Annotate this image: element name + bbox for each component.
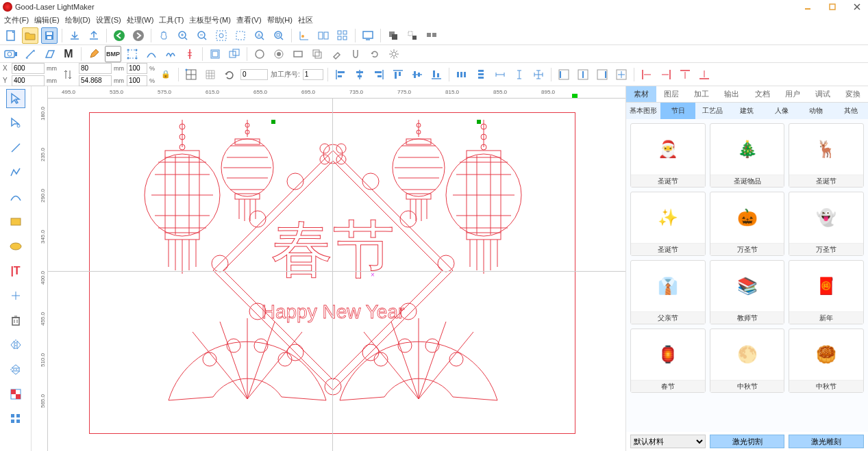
anchor-grid-button[interactable] <box>183 66 199 83</box>
snap-left-button[interactable] <box>638 66 655 83</box>
bezier-tool[interactable] <box>6 188 25 207</box>
zoom-in-button[interactable] <box>175 27 191 44</box>
import-button[interactable] <box>66 27 83 44</box>
curve-button[interactable] <box>143 46 160 62</box>
hatch-tool[interactable] <box>6 409 25 428</box>
h-input[interactable] <box>79 75 112 86</box>
subtab-people[interactable]: 人像 <box>765 103 799 119</box>
snap-right-button[interactable] <box>658 66 674 83</box>
page-align-hcenter-button[interactable] <box>575 66 591 83</box>
tab-process[interactable]: 加工 <box>686 86 717 102</box>
zoom-all-button[interactable]: A <box>251 27 268 44</box>
refresh-button[interactable] <box>367 46 383 62</box>
layout-button[interactable] <box>315 27 332 44</box>
gallery-item[interactable]: ✨圣诞节 <box>630 192 706 256</box>
delete-tool[interactable] <box>6 311 25 330</box>
close-button[interactable] <box>849 1 865 12</box>
menu-tools[interactable]: 工具(T) <box>159 15 184 25</box>
align-top-button[interactable] <box>390 66 406 83</box>
camera-button[interactable] <box>3 46 19 62</box>
bounds-button[interactable] <box>124 46 140 62</box>
pen-tool-button[interactable] <box>86 46 102 62</box>
select-tool[interactable] <box>6 89 25 108</box>
align-bottom-button[interactable] <box>428 66 445 83</box>
pct-h-input[interactable] <box>127 75 147 86</box>
bmp-button[interactable]: BMP <box>105 46 121 62</box>
gallery-item[interactable]: 🎄圣诞物品 <box>710 123 785 188</box>
tab-output[interactable]: 输出 <box>717 86 747 102</box>
subtab-basic[interactable]: 基本图形 <box>626 103 660 119</box>
zoom-selection-button[interactable] <box>232 27 249 44</box>
align-hcenter-button[interactable] <box>351 66 368 83</box>
origin-button[interactable] <box>296 27 312 44</box>
subtab-festival[interactable]: 节日 <box>660 103 695 119</box>
menu-settings[interactable]: 设置(S) <box>96 15 121 25</box>
tab-doc[interactable]: 文档 <box>747 86 778 102</box>
menu-view[interactable]: 查看(V) <box>236 15 262 25</box>
gallery-item[interactable]: 👻万圣节 <box>789 192 864 256</box>
node-edit-tool[interactable] <box>6 114 25 133</box>
polyline-tool[interactable] <box>6 163 25 182</box>
skew-button[interactable] <box>41 46 58 62</box>
subtab-architecture[interactable]: 建筑 <box>730 103 764 119</box>
gallery-item[interactable]: 🧧新年 <box>789 260 864 324</box>
text-m-button[interactable]: M <box>60 46 77 62</box>
lock-ratio-button[interactable] <box>158 66 174 83</box>
point-tool[interactable] <box>6 286 25 305</box>
menu-draw[interactable]: 绘制(D) <box>65 15 90 25</box>
weld-button[interactable] <box>226 46 243 62</box>
snap-button[interactable] <box>347 46 364 62</box>
menu-help[interactable]: 帮助(H) <box>267 15 293 25</box>
canvas[interactable]: 春节 Happy New Year <box>48 99 625 451</box>
y-input[interactable] <box>12 75 45 86</box>
minimize-button[interactable] <box>799 1 816 12</box>
page-align-right-button[interactable] <box>594 66 610 83</box>
snap-top-button[interactable] <box>677 66 693 83</box>
monitor-button[interactable] <box>360 27 376 44</box>
rotate-button[interactable] <box>221 66 238 83</box>
rect-tool-button[interactable] <box>290 46 306 62</box>
align-left-button[interactable] <box>332 66 349 83</box>
gallery-item[interactable]: 🦌圣诞节 <box>789 123 864 188</box>
tab-transform[interactable]: 変換 <box>838 86 868 102</box>
snap-bottom-button[interactable] <box>696 66 712 83</box>
laser-engrave-button[interactable]: 激光雕刻 <box>789 435 864 448</box>
gallery-item[interactable]: 🎃万圣节 <box>710 192 785 256</box>
dist-v-button[interactable] <box>473 66 489 83</box>
export-button[interactable] <box>86 27 102 44</box>
gallery-item[interactable]: 🌕中秋节 <box>710 328 785 393</box>
mirror-h-tool[interactable] <box>6 335 25 355</box>
eraser-button[interactable] <box>328 46 345 62</box>
w-input[interactable] <box>79 63 112 74</box>
laser-cut-button[interactable]: 激光切割 <box>710 435 785 448</box>
line-tool[interactable] <box>6 138 25 157</box>
process-num-input[interactable] <box>303 69 323 80</box>
dist-h-button[interactable] <box>454 66 470 83</box>
material-select[interactable]: 默认材料 <box>630 435 706 448</box>
pan-button[interactable] <box>156 27 172 44</box>
mirror-v-tool[interactable] <box>6 360 25 379</box>
grid-snap-button[interactable] <box>202 66 219 83</box>
circle-tool-button[interactable] <box>251 46 268 62</box>
gallery-item[interactable]: 🥮中秋节 <box>789 328 864 393</box>
menu-community[interactable]: 社区 <box>298 15 313 25</box>
redo-button[interactable] <box>130 27 147 44</box>
gallery-item[interactable]: 👔父亲节 <box>630 260 706 324</box>
tab-user[interactable]: 用户 <box>778 86 808 102</box>
new-file-button[interactable] <box>3 27 19 44</box>
same-width-button[interactable] <box>492 66 508 83</box>
subtab-other[interactable]: 其他 <box>834 103 868 119</box>
group-button[interactable] <box>385 27 401 44</box>
gear-button[interactable] <box>386 46 402 62</box>
same-size-button[interactable] <box>530 66 547 83</box>
tab-material[interactable]: 素材 <box>626 86 656 102</box>
maximize-button[interactable] <box>824 1 841 12</box>
zoom-fit-button[interactable] <box>213 27 230 44</box>
cut-path-button[interactable] <box>182 46 198 62</box>
smooth-button[interactable] <box>162 46 179 62</box>
align-right-button[interactable] <box>371 66 387 83</box>
ellipse-tool[interactable] <box>6 237 25 256</box>
gallery-item[interactable]: 📚教师节 <box>710 260 785 324</box>
fill-grid-tool[interactable] <box>6 385 25 404</box>
swap-xy-button[interactable] <box>60 66 76 83</box>
